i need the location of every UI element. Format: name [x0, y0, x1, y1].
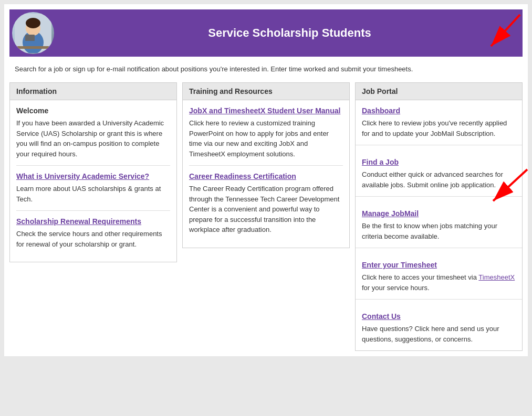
find-job-section: Find a Job Conduct either quick or advan… — [356, 152, 522, 197]
training-column-content: JobX and TimesheetX Student User Manual … — [183, 100, 349, 248]
header-subtitle: Search for a job or sign up for e-mail n… — [9, 61, 523, 77]
uas-link[interactable]: What is University Academic Service? — [16, 172, 149, 180]
contact-us-link[interactable]: Contact Us — [362, 312, 401, 321]
uas-section: What is University Academic Service? Lea… — [16, 172, 170, 211]
svg-rect-5 — [25, 35, 35, 41]
career-readiness-link[interactable]: Career Readiness Certification — [189, 172, 296, 180]
timesheet-section: Enter your Timesheet Click here to acces… — [356, 254, 522, 300]
information-column-content: Welcome If you have been awarded a Unive… — [10, 100, 176, 262]
header-title-bar: Service Scholarship Students — [57, 26, 523, 40]
timesheet-body: Click here to acces your timesheet via T… — [362, 272, 516, 293]
page-wrapper: Service Scholarship Students Search for … — [4, 4, 528, 356]
dashboard-section: Dashboard Click here to review jobs you'… — [356, 100, 522, 145]
jobx-manual-body: Click here to review a customized traini… — [189, 118, 343, 159]
scholarship-renewal-body: Check the service hours and other requir… — [16, 229, 170, 249]
avatar — [12, 12, 54, 54]
information-column: Information Welcome If you have been awa… — [9, 82, 177, 262]
welcome-body: If you have been awarded a University Ac… — [16, 118, 170, 159]
jobx-manual-link[interactable]: JobX and TimesheetX Student User Manual — [189, 106, 340, 115]
manage-jobmail-link[interactable]: Manage JobMail — [362, 209, 419, 218]
contact-us-body: Have questions? Click here and send us y… — [362, 324, 516, 344]
manage-jobmail-section: Manage JobMail Be the first to know when… — [356, 203, 522, 248]
avatar-image — [12, 12, 54, 54]
job-portal-column-header: Job Portal — [356, 83, 522, 100]
uas-body: Learn more about UAS scholarships & gran… — [16, 184, 170, 204]
jobx-manual-section: JobX and TimesheetX Student User Manual … — [189, 106, 343, 166]
dashboard-body: Click here to review jobs you've recentl… — [362, 118, 516, 138]
manage-jobmail-body: Be the first to know when jobs matching … — [362, 221, 516, 241]
page-background: Service Scholarship Students Search for … — [0, 0, 532, 416]
welcome-title: Welcome — [16, 106, 170, 115]
scholarship-renewal-section: Scholarship Renewal Requirements Check t… — [16, 217, 170, 255]
main-content: Information Welcome If you have been awa… — [9, 82, 523, 351]
job-portal-column: Job Portal Dashboard Click here to revie… — [355, 82, 523, 351]
dashboard-link[interactable]: Dashboard — [362, 106, 400, 115]
scholarship-renewal-link[interactable]: Scholarship Renewal Requirements — [16, 217, 141, 226]
timesheetx-link[interactable]: TimesheetX — [478, 273, 515, 281]
job-portal-column-content: Dashboard Click here to review jobs you'… — [356, 100, 522, 350]
welcome-section: Welcome If you have been awarded a Unive… — [16, 106, 170, 166]
career-readiness-section: Career Readiness Certification The Caree… — [189, 172, 343, 241]
find-job-body: Conduct either quick or advanced searche… — [362, 169, 516, 190]
timesheet-link[interactable]: Enter your Timesheet — [362, 261, 437, 269]
svg-rect-4 — [17, 46, 49, 49]
training-column-header: Training and Resources — [183, 83, 349, 100]
header-banner: Service Scholarship Students — [9, 9, 523, 57]
find-job-link[interactable]: Find a Job — [362, 158, 399, 166]
information-column-header: Information — [10, 83, 176, 100]
training-column: Training and Resources JobX and Timeshee… — [182, 82, 350, 248]
subtitle-text: Search for a job or sign up for e-mail n… — [15, 65, 413, 73]
svg-point-3 — [26, 18, 40, 28]
career-readiness-body: The Career Ready Certification program o… — [189, 184, 343, 235]
contact-us-section: Contact Us Have questions? Click here an… — [356, 306, 522, 350]
page-title: Service Scholarship Students — [57, 26, 523, 40]
